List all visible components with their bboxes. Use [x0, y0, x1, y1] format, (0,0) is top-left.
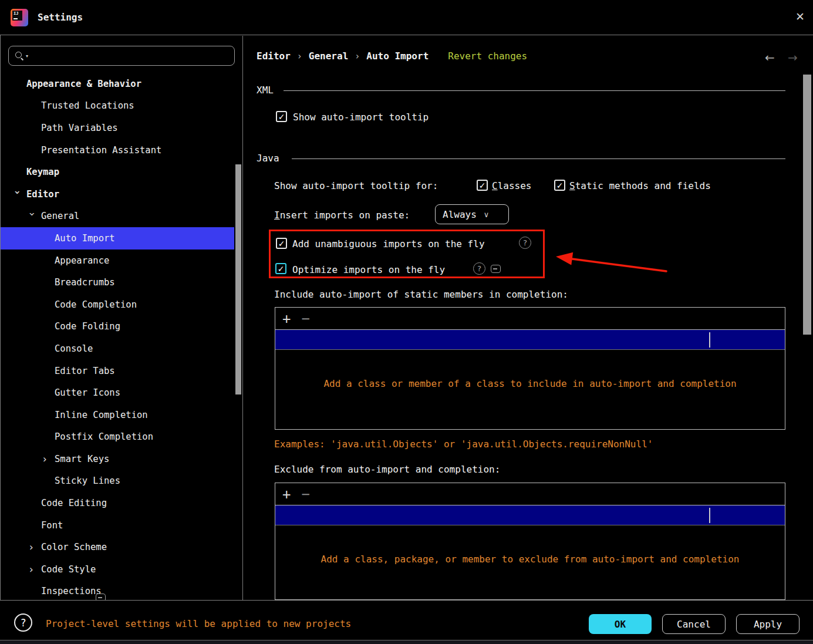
breadcrumb-editor[interactable]: Editor	[257, 50, 291, 62]
remove-icon[interactable]: −	[301, 312, 309, 326]
sidebar-item-code-completion[interactable]: Code Completion	[1, 294, 234, 316]
static-methods-label[interactable]: Static methods and fields	[569, 180, 711, 191]
sidebar-item-path-variables[interactable]: Path Variables	[1, 117, 234, 139]
sidebar-scrollbar-thumb[interactable]	[235, 164, 241, 395]
insert-imports-label: Insert imports on paste:	[274, 210, 410, 221]
sidebar-item-color-scheme[interactable]: ›Color Scheme	[1, 536, 234, 558]
intellij-logo-icon: IJ	[11, 9, 28, 26]
help-icon[interactable]: ?	[473, 262, 485, 275]
chevron-right-icon[interactable]: ›	[28, 541, 41, 553]
forward-arrow-icon[interactable]: →	[788, 50, 798, 65]
sidebar-item-editor[interactable]: ›Editor	[1, 183, 234, 205]
sidebar-item-smart-keys[interactable]: ›Smart Keys	[1, 448, 234, 470]
sidebar-item-inspections[interactable]: Inspections	[1, 581, 234, 603]
sidebar-item-code-editing[interactable]: Code Editing	[1, 492, 234, 514]
sidebar-item-font[interactable]: Font	[1, 514, 234, 537]
exclude-table: + − Add a class, package, or member to e…	[275, 483, 785, 600]
remove-icon[interactable]: −	[301, 487, 309, 501]
chevron-down-icon[interactable]: ›	[12, 189, 23, 199]
include-static-members-label: Include auto-import of static members in…	[274, 289, 568, 300]
breadcrumb-auto-import: Auto Import	[366, 50, 429, 62]
sidebar-item-inline-completion[interactable]: Inline Completion	[1, 404, 234, 426]
help-icon[interactable]: ?	[519, 237, 531, 249]
sidebar-item-appearance-behavior[interactable]: Appearance & Behavior	[1, 73, 234, 95]
sidebar-item-console[interactable]: Console	[1, 338, 234, 360]
include-table-empty-text: Add a class or member of a class to incl…	[275, 378, 785, 389]
help-icon[interactable]: ?	[14, 613, 32, 632]
chevron-down-icon[interactable]: ›	[26, 211, 38, 221]
include-table: + − Add a class or member of a class to …	[275, 307, 785, 430]
tooltip-for-label: Show auto-import tooltip for:	[274, 180, 438, 191]
xml-section-rule	[284, 90, 785, 91]
add-icon[interactable]: +	[282, 487, 291, 501]
background-window-edge	[0, 640, 813, 644]
sidebar-item-code-folding[interactable]: Code Folding	[1, 316, 234, 338]
exclude-label: Exclude from auto-import and completion:	[274, 464, 500, 475]
show-auto-import-tooltip-checkbox[interactable]: ✓	[276, 111, 287, 122]
ok-button[interactable]: OK	[589, 614, 652, 634]
sidebar-item-appearance[interactable]: Appearance	[1, 249, 234, 272]
exclude-table-empty-text: Add a class, package, or member to exclu…	[275, 554, 785, 565]
classes-label[interactable]: Classes	[492, 180, 531, 191]
search-options-caret-icon[interactable]: ▾	[26, 53, 28, 59]
sidebar-item-sticky-lines[interactable]: Sticky Lines	[1, 470, 234, 493]
window-title: Settings	[38, 12, 83, 23]
optimize-imports-label[interactable]: Optimize imports on the fly	[292, 264, 445, 275]
sidebar-item-presentation-assistant[interactable]: Presentation Assistant	[1, 139, 234, 161]
project-level-note: Project-level settings will be applied t…	[46, 618, 351, 629]
breadcrumb-general[interactable]: General	[309, 50, 348, 62]
search-icon	[15, 51, 24, 60]
static-methods-checkbox[interactable]: ✓	[554, 180, 565, 191]
sidebar-item-postfix-completion[interactable]: Postfix Completion	[1, 426, 234, 449]
include-table-toolbar: + −	[275, 308, 785, 330]
sidebar-item-editor-tabs[interactable]: Editor Tabs	[1, 360, 234, 382]
footer-bar: ? Project-level settings will be applied…	[0, 600, 813, 638]
settings-search-input[interactable]: ▾	[8, 46, 235, 66]
close-icon[interactable]: ✕	[795, 10, 805, 23]
classes-checkbox[interactable]: ✓	[477, 180, 488, 191]
breadcrumb-separator-icon: ›	[297, 51, 302, 62]
sidebar-item-gutter-icons[interactable]: Gutter Icons	[1, 382, 234, 404]
chevron-right-icon[interactable]: ›	[42, 453, 55, 465]
exclude-table-selected-row[interactable]	[275, 505, 785, 525]
title-bar: IJ Settings ✕	[0, 0, 813, 35]
sidebar-item-general[interactable]: ›General	[1, 205, 234, 228]
java-section-heading: Java	[257, 153, 279, 164]
sidebar-item-trusted-locations[interactable]: Trusted Locations	[1, 95, 234, 117]
settings-dialog: IJ Settings ✕ ▾ Appearance & Behavior Tr…	[0, 0, 813, 644]
sidebar-divider	[242, 36, 243, 600]
examples-hint: Examples: 'java.util.Objects' or 'java.u…	[274, 439, 653, 450]
breadcrumb: Editor › General › Auto Import Revert ch…	[257, 50, 527, 62]
chevron-down-icon: ∨	[484, 210, 490, 219]
optimize-imports-checkbox[interactable]: ✓	[275, 263, 286, 274]
insert-imports-select[interactable]: Always ∨	[435, 204, 509, 224]
monitor-icon[interactable]	[491, 265, 501, 273]
text-cursor	[709, 332, 710, 348]
revert-changes-link[interactable]: Revert changes	[448, 50, 527, 62]
cancel-button[interactable]: Cancel	[662, 614, 726, 634]
java-section-rule	[292, 159, 785, 159]
include-table-selected-row[interactable]	[275, 330, 785, 350]
sidebar-item-breadcrumbs[interactable]: Breadcrumbs	[1, 271, 234, 294]
show-auto-import-tooltip-label[interactable]: Show auto-import tooltip	[293, 112, 429, 123]
main-scrollbar-thumb[interactable]	[803, 75, 811, 335]
add-unambiguous-imports-checkbox[interactable]: ✓	[276, 238, 287, 249]
apply-button[interactable]: Apply	[736, 614, 799, 634]
back-arrow-icon[interactable]: ←	[765, 50, 775, 65]
add-unambiguous-imports-label[interactable]: Add unambiguous imports on the fly	[292, 238, 485, 249]
sidebar-item-keymap[interactable]: Keymap	[1, 161, 234, 183]
breadcrumb-separator-icon: ›	[355, 51, 360, 62]
exclude-table-toolbar: + −	[275, 483, 785, 505]
sidebar-item-auto-import[interactable]: Auto Import	[1, 227, 234, 249]
text-cursor	[709, 508, 710, 523]
sidebar-item-code-style[interactable]: ›Code Style	[1, 558, 234, 581]
xml-section-heading: XML	[257, 85, 274, 96]
settings-tree: Appearance & Behavior Trusted Locations …	[1, 73, 234, 602]
add-icon[interactable]: +	[282, 312, 291, 326]
chevron-right-icon[interactable]: ›	[28, 564, 41, 575]
insert-imports-value: Always	[443, 209, 477, 220]
